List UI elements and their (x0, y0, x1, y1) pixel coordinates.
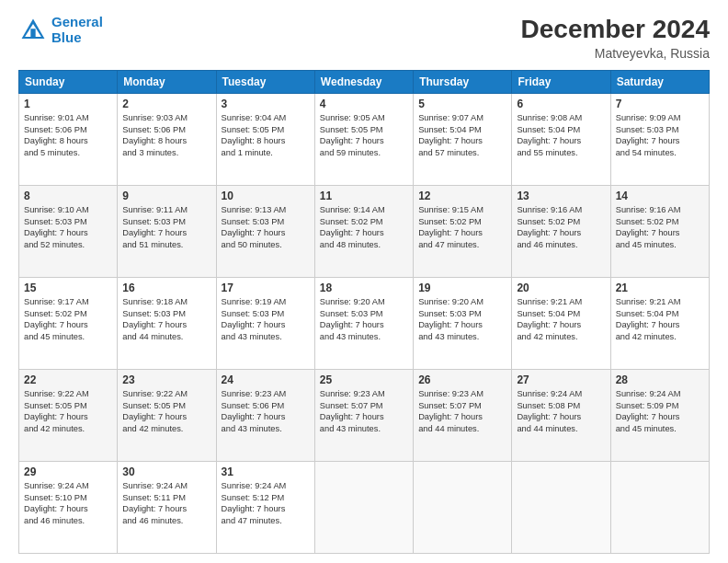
day-number: 27 (517, 373, 605, 386)
title-block: December 2024 Matveyevka, Russia (521, 15, 710, 61)
day-cell: 29Sunrise: 9:24 AMSunset: 5:10 PMDayligh… (19, 462, 118, 554)
col-header-saturday: Saturday (610, 71, 709, 94)
day-cell: 7Sunrise: 9:09 AMSunset: 5:03 PMDaylight… (610, 94, 709, 186)
day-cell: 24Sunrise: 9:23 AMSunset: 5:06 PMDayligh… (216, 370, 314, 462)
day-number: 30 (122, 465, 210, 478)
logo-text: General Blue (51, 15, 103, 45)
day-cell: 15Sunrise: 9:17 AMSunset: 5:02 PMDayligh… (19, 278, 118, 370)
day-cell: 11Sunrise: 9:14 AMSunset: 5:02 PMDayligh… (314, 186, 413, 278)
day-info: Sunrise: 9:07 AMSunset: 5:04 PMDaylight:… (418, 112, 506, 158)
day-info: Sunrise: 9:18 AMSunset: 5:03 PMDaylight:… (122, 296, 210, 342)
day-info: Sunrise: 9:10 AMSunset: 5:03 PMDaylight:… (24, 204, 112, 250)
day-number: 6 (517, 98, 605, 110)
day-cell (414, 462, 512, 554)
day-cell: 16Sunrise: 9:18 AMSunset: 5:03 PMDayligh… (118, 278, 216, 370)
day-info: Sunrise: 9:08 AMSunset: 5:04 PMDaylight:… (517, 112, 605, 158)
day-number: 3 (222, 98, 310, 110)
logo: General Blue (18, 15, 103, 45)
day-cell: 28Sunrise: 9:24 AMSunset: 5:09 PMDayligh… (610, 370, 709, 462)
day-cell: 17Sunrise: 9:19 AMSunset: 5:03 PMDayligh… (216, 278, 314, 370)
day-info: Sunrise: 9:21 AMSunset: 5:04 PMDaylight:… (517, 296, 605, 342)
day-number: 29 (24, 465, 112, 478)
day-info: Sunrise: 9:24 AMSunset: 5:08 PMDaylight:… (517, 388, 605, 434)
day-info: Sunrise: 9:23 AMSunset: 5:07 PMDaylight:… (320, 388, 408, 434)
col-header-thursday: Thursday (414, 71, 512, 94)
calendar-header-row: SundayMondayTuesdayWednesdayThursdayFrid… (19, 71, 710, 94)
day-cell: 25Sunrise: 9:23 AMSunset: 5:07 PMDayligh… (314, 370, 413, 462)
day-info: Sunrise: 9:14 AMSunset: 5:02 PMDaylight:… (320, 204, 408, 250)
day-number: 5 (418, 98, 506, 110)
week-row-5: 29Sunrise: 9:24 AMSunset: 5:10 PMDayligh… (19, 462, 710, 554)
day-cell: 31Sunrise: 9:24 AMSunset: 5:12 PMDayligh… (216, 462, 314, 554)
day-cell: 13Sunrise: 9:16 AMSunset: 5:02 PMDayligh… (512, 186, 610, 278)
day-number: 31 (222, 465, 310, 478)
day-number: 11 (320, 190, 408, 202)
day-cell: 2Sunrise: 9:03 AMSunset: 5:06 PMDaylight… (118, 94, 216, 186)
day-number: 8 (24, 190, 112, 202)
day-info: Sunrise: 9:05 AMSunset: 5:05 PMDaylight:… (320, 112, 408, 158)
day-cell: 8Sunrise: 9:10 AMSunset: 5:03 PMDaylight… (19, 186, 118, 278)
day-info: Sunrise: 9:11 AMSunset: 5:03 PMDaylight:… (122, 204, 210, 250)
main-title: December 2024 (521, 15, 710, 44)
week-row-3: 15Sunrise: 9:17 AMSunset: 5:02 PMDayligh… (19, 278, 710, 370)
day-cell (314, 462, 413, 554)
day-number: 7 (616, 98, 704, 110)
week-row-4: 22Sunrise: 9:22 AMSunset: 5:05 PMDayligh… (19, 370, 710, 462)
day-info: Sunrise: 9:15 AMSunset: 5:02 PMDaylight:… (418, 204, 506, 250)
day-number: 21 (616, 282, 704, 294)
day-number: 10 (222, 190, 310, 202)
day-info: Sunrise: 9:20 AMSunset: 5:03 PMDaylight:… (320, 296, 408, 342)
day-info: Sunrise: 9:24 AMSunset: 5:09 PMDaylight:… (616, 388, 704, 434)
col-header-wednesday: Wednesday (314, 71, 413, 94)
day-info: Sunrise: 9:23 AMSunset: 5:07 PMDaylight:… (418, 388, 506, 434)
week-row-1: 1Sunrise: 9:01 AMSunset: 5:06 PMDaylight… (19, 94, 710, 186)
day-number: 14 (616, 190, 704, 202)
day-cell: 9Sunrise: 9:11 AMSunset: 5:03 PMDaylight… (118, 186, 216, 278)
header: General Blue December 2024 Matveyevka, R… (18, 15, 710, 61)
col-header-friday: Friday (512, 71, 610, 94)
day-number: 13 (517, 190, 605, 202)
day-info: Sunrise: 9:23 AMSunset: 5:06 PMDaylight:… (222, 388, 310, 434)
day-cell: 1Sunrise: 9:01 AMSunset: 5:06 PMDaylight… (19, 94, 118, 186)
day-cell: 10Sunrise: 9:13 AMSunset: 5:03 PMDayligh… (216, 186, 314, 278)
subtitle: Matveyevka, Russia (521, 46, 710, 61)
day-info: Sunrise: 9:16 AMSunset: 5:02 PMDaylight:… (517, 204, 605, 250)
col-header-tuesday: Tuesday (216, 71, 314, 94)
day-number: 15 (24, 282, 112, 294)
day-number: 26 (418, 373, 506, 386)
day-cell: 23Sunrise: 9:22 AMSunset: 5:05 PMDayligh… (118, 370, 216, 462)
day-cell: 18Sunrise: 9:20 AMSunset: 5:03 PMDayligh… (314, 278, 413, 370)
day-number: 20 (517, 282, 605, 294)
day-info: Sunrise: 9:24 AMSunset: 5:12 PMDaylight:… (222, 480, 310, 526)
day-info: Sunrise: 9:13 AMSunset: 5:03 PMDaylight:… (222, 204, 310, 250)
day-cell: 26Sunrise: 9:23 AMSunset: 5:07 PMDayligh… (414, 370, 512, 462)
day-cell: 22Sunrise: 9:22 AMSunset: 5:05 PMDayligh… (19, 370, 118, 462)
day-number: 19 (418, 282, 506, 294)
day-cell: 19Sunrise: 9:20 AMSunset: 5:03 PMDayligh… (414, 278, 512, 370)
day-info: Sunrise: 9:04 AMSunset: 5:05 PMDaylight:… (222, 112, 310, 158)
week-row-2: 8Sunrise: 9:10 AMSunset: 5:03 PMDaylight… (19, 186, 710, 278)
day-cell: 6Sunrise: 9:08 AMSunset: 5:04 PMDaylight… (512, 94, 610, 186)
day-number: 24 (222, 373, 310, 386)
day-info: Sunrise: 9:22 AMSunset: 5:05 PMDaylight:… (122, 388, 210, 434)
day-cell: 3Sunrise: 9:04 AMSunset: 5:05 PMDaylight… (216, 94, 314, 186)
day-number: 12 (418, 190, 506, 202)
day-cell: 4Sunrise: 9:05 AMSunset: 5:05 PMDaylight… (314, 94, 413, 186)
col-header-sunday: Sunday (19, 71, 118, 94)
logo-blue: Blue (51, 29, 82, 45)
day-number: 25 (320, 373, 408, 386)
svg-rect-2 (30, 29, 35, 37)
day-number: 16 (122, 282, 210, 294)
logo-icon (18, 16, 48, 45)
day-info: Sunrise: 9:19 AMSunset: 5:03 PMDaylight:… (222, 296, 310, 342)
logo-general: General (51, 14, 103, 29)
day-info: Sunrise: 9:17 AMSunset: 5:02 PMDaylight:… (24, 296, 112, 342)
day-number: 4 (320, 98, 408, 110)
day-cell: 21Sunrise: 9:21 AMSunset: 5:04 PMDayligh… (610, 278, 709, 370)
day-info: Sunrise: 9:21 AMSunset: 5:04 PMDaylight:… (616, 296, 704, 342)
page: General Blue December 2024 Matveyevka, R… (0, 0, 728, 563)
day-info: Sunrise: 9:24 AMSunset: 5:11 PMDaylight:… (122, 480, 210, 526)
day-info: Sunrise: 9:24 AMSunset: 5:10 PMDaylight:… (24, 480, 112, 526)
day-cell: 5Sunrise: 9:07 AMSunset: 5:04 PMDaylight… (414, 94, 512, 186)
day-info: Sunrise: 9:16 AMSunset: 5:02 PMDaylight:… (616, 204, 704, 250)
